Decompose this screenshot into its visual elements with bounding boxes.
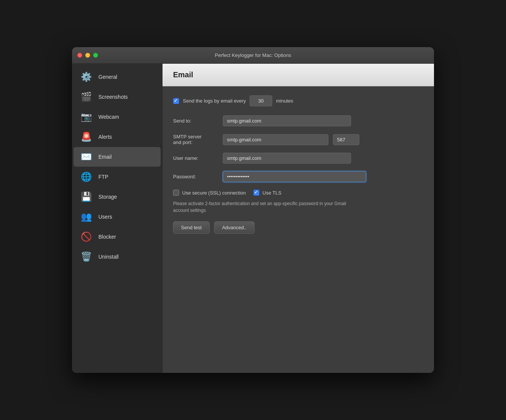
screenshots-icon: 🎬 [80,90,93,104]
sidebar-item-blocker[interactable]: 🚫 Blocker [74,227,161,247]
sidebar: ⚙️ General 🎬 Screenshots 📷 Webcam 🚨 Aler… [72,64,163,373]
send-to-label: Send to: [173,118,218,124]
ssl-label: Use secure (SSL) connection [182,190,246,196]
sidebar-label-ftp: FTP [98,174,108,180]
window-title: Perfect Keylogger for Mac: Options [215,52,291,58]
sidebar-label-screenshots: Screenshots [98,94,128,100]
sidebar-item-general[interactable]: ⚙️ General [74,67,161,87]
sidebar-item-users[interactable]: 👥 Users [74,207,161,227]
content-area: ⚙️ General 🎬 Screenshots 📷 Webcam 🚨 Aler… [72,64,434,373]
close-button[interactable] [77,53,82,58]
send-logs-row: Send the logs by email every minutes [173,95,423,106]
sidebar-label-uninstall: Uninstall [98,254,119,260]
panel-title: Email [173,71,193,79]
maximize-button[interactable] [93,53,98,58]
sidebar-label-email: Email [98,154,112,160]
password-label: Password: [173,174,218,179]
alerts-icon: 🚨 [80,130,93,144]
advanced-button[interactable]: Advanced.. [214,221,255,234]
panel-header: Email [163,64,434,86]
sidebar-label-storage: Storage [98,194,117,200]
minimize-button[interactable] [85,53,90,58]
panel-body: Send the logs by email every minutes Sen… [163,86,434,373]
sidebar-label-general: General [98,74,117,80]
ssl-checkbox[interactable] [173,190,179,196]
smtp-row: SMTP server and port: [173,134,423,145]
app-window: Perfect Keylogger for Mac: Options ⚙️ Ge… [72,47,434,373]
traffic-lights [77,53,98,58]
sidebar-label-users: Users [98,214,112,220]
tls-label: Use TLS [262,190,281,196]
smtp-port-input[interactable] [333,134,359,145]
tls-checkbox[interactable] [253,190,259,196]
send-test-button[interactable]: Send test [173,221,210,234]
minutes-input[interactable] [250,95,272,106]
storage-icon: 💾 [80,190,93,204]
sidebar-item-ftp[interactable]: 🌐 FTP [74,167,161,187]
sidebar-item-screenshots[interactable]: 🎬 Screenshots [74,87,161,107]
button-row: Send test Advanced.. [173,221,423,234]
ssl-tls-row: Use secure (SSL) connection Use TLS [173,190,423,196]
sidebar-label-webcam: Webcam [98,114,119,120]
username-row: User name: [173,153,423,164]
username-label: User name: [173,155,218,161]
smtp-label: SMTP server and port: [173,134,218,145]
sidebar-label-blocker: Blocker [98,234,116,240]
uninstall-icon: 🗑️ [80,250,93,264]
sidebar-item-storage[interactable]: 💾 Storage [74,187,161,207]
users-icon: 👥 [80,210,93,224]
ssl-group: Use secure (SSL) connection [173,190,246,196]
send-to-row: Send to: [173,115,423,126]
title-bar: Perfect Keylogger for Mac: Options [72,47,434,64]
password-row: Password: [173,171,423,182]
username-input[interactable] [223,153,351,164]
smtp-server-input[interactable] [223,134,328,145]
main-panel: Email Send the logs by email every minut… [163,64,434,373]
send-to-input[interactable] [223,115,351,126]
smtp-inputs [223,134,359,145]
send-logs-label: Send the logs by email every [183,98,246,104]
minutes-label: minutes [276,98,293,104]
info-text: Please activate 2-factor authentication … [173,200,354,214]
send-logs-checkbox[interactable] [173,98,179,104]
sidebar-item-uninstall[interactable]: 🗑️ Uninstall [74,247,161,267]
webcam-icon: 📷 [80,110,93,124]
password-input[interactable] [223,171,366,182]
sidebar-item-alerts[interactable]: 🚨 Alerts [74,127,161,147]
ftp-icon: 🌐 [80,170,93,184]
sidebar-item-webcam[interactable]: 📷 Webcam [74,107,161,127]
general-icon: ⚙️ [80,70,93,84]
sidebar-item-email[interactable]: ✉️ Email [74,147,161,167]
email-icon: ✉️ [80,150,93,164]
tls-group: Use TLS [253,190,281,196]
blocker-icon: 🚫 [80,230,93,244]
sidebar-label-alerts: Alerts [98,134,112,140]
